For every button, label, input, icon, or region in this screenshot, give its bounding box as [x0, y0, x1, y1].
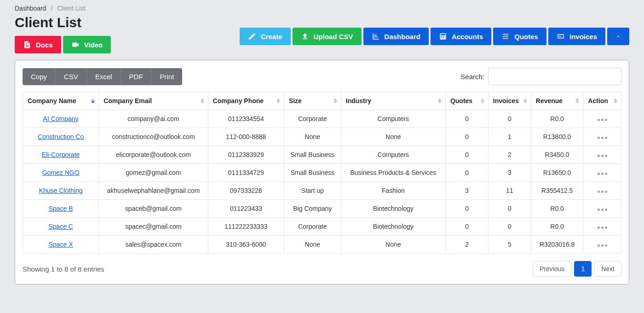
quotes-button-label: Quotes [514, 33, 538, 41]
col-revenue[interactable]: Revenue [531, 92, 583, 110]
company-link[interactable]: Gomez NGO [42, 169, 80, 176]
breadcrumb-root[interactable]: Dashboard [15, 5, 46, 12]
previous-button[interactable]: Previous [533, 261, 571, 277]
col-company-email[interactable]: Company Email [99, 92, 208, 110]
row-actions-button[interactable] [598, 173, 607, 175]
col-industry[interactable]: Industry [341, 92, 445, 110]
video-button-label: Video [84, 41, 103, 49]
edit-icon [248, 32, 256, 41]
sort-icon [91, 99, 95, 104]
cell-email: company@ai.com [99, 110, 208, 128]
excel-button[interactable]: Excel [87, 68, 121, 85]
col-action[interactable]: Action [583, 92, 621, 110]
cell-size: Start up [284, 182, 341, 200]
table-row: Khuse Clothingakhuselwephahlane@gmail.co… [23, 182, 621, 200]
cell-revenue: R3203016.8 [531, 236, 583, 254]
cell-invoices: 0 [488, 200, 531, 218]
print-button[interactable]: Print [152, 68, 183, 85]
cell-phone: 310-363-6000 [208, 236, 284, 254]
cell-email: constructionco@outlook.com [99, 128, 208, 146]
company-link[interactable]: Space B [49, 205, 73, 212]
cell-size: Corporate [284, 218, 341, 236]
video-button[interactable]: Video [63, 36, 111, 53]
company-link[interactable]: Space C [48, 223, 73, 230]
col-company-phone[interactable]: Company Phone [208, 92, 284, 110]
cell-size: None [284, 236, 341, 254]
cell-industry: Biotechnology [341, 200, 445, 218]
cell-quotes: 2 [445, 236, 488, 254]
row-actions-button[interactable] [598, 244, 607, 247]
col-invoices[interactable]: Invoices [488, 92, 531, 110]
search-label: Search: [460, 73, 484, 81]
col-company-name[interactable]: Company Name [23, 92, 99, 110]
sort-icon [481, 99, 484, 104]
table-row: Space Cspacec@gmail.com111222233333Corpo… [23, 218, 621, 236]
cell-quotes: 0 [445, 128, 488, 146]
sort-icon [438, 99, 442, 104]
sort-icon [614, 99, 617, 104]
search-input[interactable] [488, 68, 621, 85]
chart-icon [372, 32, 380, 41]
invoices-button[interactable]: Invoices [548, 28, 605, 45]
row-actions-button[interactable] [598, 191, 607, 193]
pdf-button[interactable]: PDF [121, 68, 152, 85]
company-link[interactable]: Khuse Clothing [39, 187, 83, 194]
csv-button[interactable]: CSV [56, 68, 87, 85]
calculator-icon [439, 32, 447, 41]
next-button[interactable]: Next [594, 261, 621, 277]
cell-revenue: R13800.0 [531, 128, 583, 146]
pagination: Previous 1 Next [533, 261, 621, 277]
cell-size: Big Company [284, 200, 341, 218]
cell-invoices: 1 [488, 128, 531, 146]
company-link[interactable]: Eli-Corporate [42, 151, 80, 158]
accounts-button[interactable]: Accounts [431, 28, 491, 45]
cell-industry: Computers [341, 146, 445, 164]
cell-revenue: R3450.0 [531, 146, 583, 164]
quotes-button[interactable]: Quotes [493, 28, 546, 45]
invoices-button-label: Invoices [569, 33, 597, 41]
cell-industry: Fashion [341, 182, 445, 200]
upload-csv-button-label: Upload CSV [314, 33, 353, 41]
sort-icon [523, 99, 527, 104]
cell-quotes: 0 [445, 110, 488, 128]
docs-button[interactable]: Docs [15, 36, 61, 53]
page-title: Client List [15, 15, 111, 30]
cell-quotes: 0 [445, 218, 488, 236]
dashboard-button-label: Dashboard [385, 33, 420, 41]
cell-phone: 0112334554 [208, 110, 284, 128]
breadcrumb-separator: / [51, 5, 52, 12]
list-icon [501, 32, 510, 41]
dashboard-button[interactable]: Dashboard [363, 28, 429, 45]
company-link[interactable]: Space X [49, 241, 73, 248]
cell-size: Small Business [284, 164, 341, 182]
cell-revenue: R13650.0 [531, 164, 583, 182]
docs-button-label: Docs [36, 41, 53, 49]
showing-info: Showing 1 to 8 of 8 entries [23, 265, 104, 273]
cell-revenue: R0.0 [531, 218, 583, 236]
table-row: AI Companycompany@ai.com0112334554Corpor… [23, 110, 621, 128]
row-actions-button[interactable] [598, 119, 607, 121]
export-button-group: Copy CSV Excel PDF Print [23, 68, 182, 85]
sort-icon [334, 99, 337, 104]
cell-phone: 0112383929 [208, 146, 284, 164]
row-actions-button[interactable] [598, 137, 607, 139]
row-actions-button[interactable] [598, 226, 607, 229]
row-actions-button[interactable] [598, 209, 607, 211]
breadcrumb-current: Client List [57, 5, 85, 12]
copy-button[interactable]: Copy [23, 68, 56, 85]
company-link[interactable]: Construction Co [38, 133, 84, 140]
clients-table: Company Name Company Email Company Phone… [23, 92, 621, 254]
row-actions-button[interactable] [598, 155, 607, 157]
video-icon [71, 41, 80, 49]
bill-icon [557, 32, 565, 41]
cell-industry: Business Products & Services [341, 164, 445, 182]
company-link[interactable]: AI Company [43, 115, 79, 122]
create-button[interactable]: Create [240, 28, 291, 45]
col-quotes[interactable]: Quotes [445, 92, 488, 110]
col-size[interactable]: Size [284, 92, 341, 110]
more-dropdown-button[interactable] [607, 28, 629, 45]
cell-invoices: 11 [488, 182, 531, 200]
upload-csv-button[interactable]: Upload CSV [293, 28, 362, 45]
page-1-button[interactable]: 1 [574, 261, 592, 277]
cell-industry: None [341, 236, 445, 254]
